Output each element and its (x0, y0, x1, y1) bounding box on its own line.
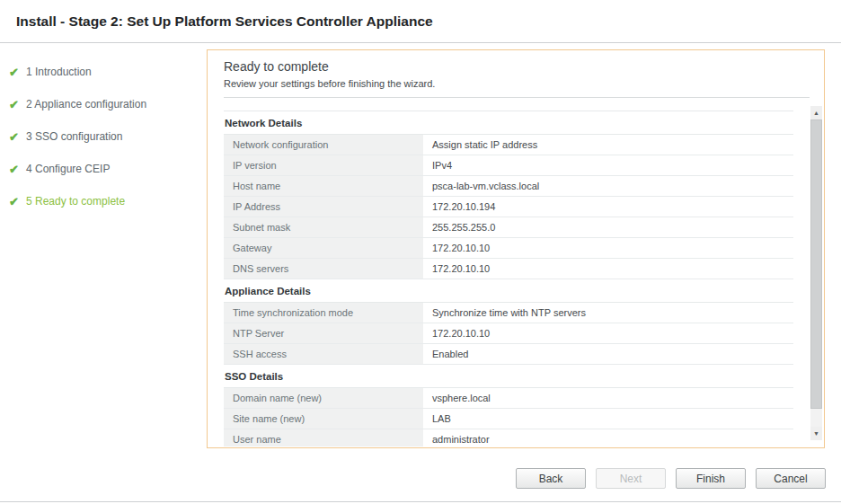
row-label: Network configuration (224, 135, 423, 155)
sidebar-step: ✔3 SSO configuration (0, 120, 207, 153)
row-value: LAB (423, 409, 793, 429)
summary-row: Host namepsca-lab-vm.vclass.local (224, 176, 793, 197)
wizard-footer-buttons: BackNextFinishCancel (516, 468, 826, 489)
row-value: administrator (423, 429, 793, 447)
row-label: Gateway (224, 238, 423, 258)
summary-row: IP versionIPv4 (224, 155, 793, 176)
row-label: NTP Server (224, 323, 423, 343)
panel-heading: Ready to complete (224, 59, 810, 74)
step-completed-check-icon: ✔ (9, 163, 26, 176)
row-value: 255.255.255.0 (423, 217, 793, 237)
row-value: 172.20.10.10 (423, 323, 793, 343)
page-title: Install - Stage 2: Set Up Platform Servi… (16, 13, 433, 30)
summary-row: Site name (new)LAB (224, 409, 793, 429)
section-title: Network Details (224, 111, 793, 135)
wizard-header: Install - Stage 2: Set Up Platform Servi… (0, 0, 841, 43)
settings-summary-table: Network DetailsNetwork configurationAssi… (224, 111, 793, 447)
step-completed-check-icon: ✔ (9, 130, 26, 144)
back-button[interactable]: Back (516, 468, 586, 489)
summary-row: Network configurationAssign static IP ad… (224, 135, 793, 155)
cancel-button[interactable]: Cancel (756, 468, 826, 489)
scroll-down-icon[interactable]: ▼ (810, 427, 822, 440)
row-value: 172.20.10.10 (423, 259, 793, 279)
sidebar-step: ✔1 Introduction (0, 56, 207, 88)
row-value: 172.20.10.10 (423, 238, 793, 258)
row-label: DNS servers (224, 259, 423, 279)
step-label: 3 SSO configuration (26, 130, 122, 143)
row-label: SSH access (224, 344, 423, 364)
row-label: Domain name (new) (224, 388, 423, 408)
step-completed-check-icon: ✔ (9, 98, 26, 111)
wizard-steps-sidebar: ✔1 Introduction✔2 Appliance configuratio… (0, 43, 207, 217)
row-label: Time synchronization mode (224, 303, 423, 323)
vertical-scrollbar[interactable]: ▲ ▼ (810, 106, 822, 440)
row-label: Subnet mask (224, 217, 423, 237)
row-label: Host name (224, 176, 423, 196)
section-title: Appliance Details (224, 279, 793, 303)
step-completed-check-icon: ✔ (9, 195, 26, 208)
summary-row: Subnet mask255.255.255.0 (224, 217, 793, 238)
row-value: IPv4 (423, 155, 793, 175)
footer-divider (0, 501, 841, 502)
next-button: Next (596, 468, 666, 489)
row-value: Assign static IP address (423, 135, 793, 155)
row-value: psca-lab-vm.vclass.local (423, 176, 793, 196)
summary-row: NTP Server172.20.10.10 (224, 323, 793, 344)
row-value: vsphere.local (423, 388, 793, 408)
step-completed-check-icon: ✔ (9, 66, 26, 79)
panel-divider (224, 97, 810, 98)
steps-list: ✔1 Introduction✔2 Appliance configuratio… (0, 56, 207, 217)
finish-button[interactable]: Finish (676, 468, 746, 489)
summary-row: Gateway172.20.10.10 (224, 238, 793, 259)
step-label: 2 Appliance configuration (26, 98, 146, 111)
step-label: 4 Configure CEIP (26, 163, 110, 175)
wizard-window: Install - Stage 2: Set Up Platform Servi… (0, 0, 841, 504)
row-label: IP Address (224, 197, 423, 217)
scroll-up-icon[interactable]: ▲ (810, 106, 822, 119)
row-value: Synchronize time with NTP servers (423, 303, 793, 323)
row-label: User name (224, 429, 423, 447)
summary-row: Domain name (new)vsphere.local (224, 388, 793, 409)
summary-row: SSH accessEnabled (224, 344, 793, 365)
ready-to-complete-panel: Ready to complete Review your settings b… (207, 49, 825, 448)
row-label: Site name (new) (224, 409, 423, 429)
step-label: 1 Introduction (26, 66, 92, 78)
sidebar-step: ✔2 Appliance configuration (0, 88, 207, 120)
row-value: Enabled (423, 344, 793, 364)
row-label: IP version (224, 155, 423, 175)
summary-row: IP Address172.20.10.194 (224, 197, 793, 217)
sidebar-step: ✔4 Configure CEIP (0, 153, 207, 185)
row-value: 172.20.10.194 (423, 197, 793, 217)
summary-row: Time synchronization modeSynchronize tim… (224, 303, 793, 323)
sidebar-step: ✔5 Ready to complete (0, 185, 207, 217)
scrollbar-thumb[interactable] (810, 119, 822, 409)
section-title: SSO Details (224, 365, 793, 388)
summary-row: DNS servers172.20.10.10 (224, 259, 793, 279)
panel-subheading: Review your settings before finishing th… (224, 78, 810, 89)
summary-row: User nameadministrator (224, 429, 793, 447)
step-label: 5 Ready to complete (26, 195, 125, 208)
